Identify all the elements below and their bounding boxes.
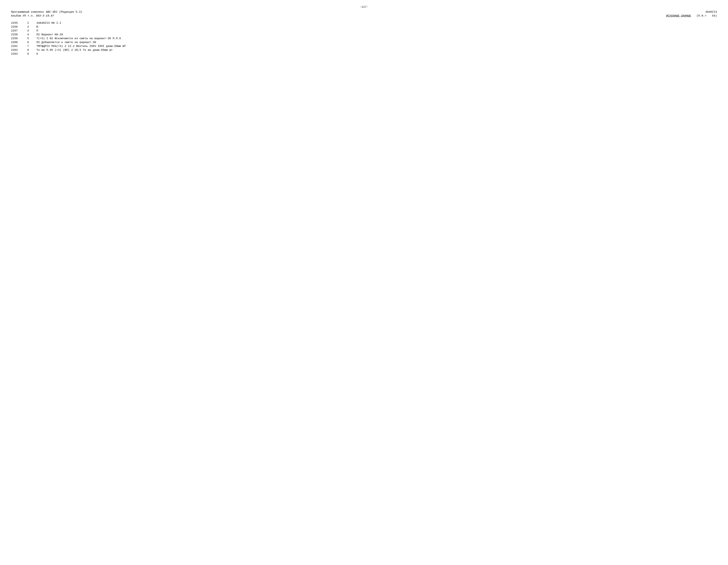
row-content: К bbox=[35, 52, 717, 56]
album-text: Альбом УП т.п. bbox=[11, 14, 34, 17]
row-content: То же П.95 (=3) (ВП) 2 20,5 То же диам.6… bbox=[35, 48, 717, 52]
row-content: Т(=3) I 82 Исключаются из сметы на вариа… bbox=[35, 37, 717, 40]
table-row: 22562Ю bbox=[11, 25, 717, 29]
album-label: Альбом УП т.п. 503-3-19.87 bbox=[11, 14, 54, 17]
album-number: 503-3-19.87 bbox=[36, 14, 54, 17]
row-content: П2 Вариант НА-20 bbox=[35, 33, 717, 37]
row-number: 2259 bbox=[11, 37, 26, 40]
row-content: П2 Добавляется к смете на вариант-30 bbox=[35, 40, 717, 44]
ishodnye-label: ИСХОДНЫЕ ДАННЫЕ bbox=[666, 14, 691, 17]
table-row: 22639К bbox=[11, 52, 717, 56]
row-index: 8 bbox=[26, 48, 35, 52]
row-index: I bbox=[26, 21, 35, 25]
row-content: П bbox=[35, 29, 717, 33]
row-number: 226I bbox=[11, 44, 26, 48]
pn-value: 54) bbox=[712, 14, 717, 17]
data-table: 2255I34840II3 Н8 I.I22562Ю22573П22584П2 … bbox=[11, 21, 717, 56]
row-index: 5 bbox=[26, 37, 35, 40]
row-number: 2255 bbox=[11, 21, 26, 25]
table-row: 2255I34840II3 Н8 I.I bbox=[11, 21, 717, 25]
program-info: Программный комплекс АВС-3ЕС (Редакция 5… bbox=[11, 10, 82, 14]
table-row: 22606П2 Добавляется к смете на вариант-3… bbox=[11, 40, 717, 44]
row-content: 34840II3 Н8 I.I bbox=[35, 21, 717, 25]
doc-number-right: 4840II3 bbox=[705, 10, 717, 14]
table-row: 22595Т(=3) I 82 Исключаются из сметы на … bbox=[11, 37, 717, 40]
table-row: 22573П bbox=[11, 29, 717, 33]
row-number: 2258 bbox=[11, 33, 26, 37]
row-index: 6 bbox=[26, 40, 35, 44]
page-number: -117- bbox=[11, 6, 717, 9]
row-number: 2262 bbox=[11, 48, 26, 52]
pn-label: (П.Н.= bbox=[697, 14, 706, 17]
row-index: 4 bbox=[26, 33, 35, 37]
row-content: ТМГЩЦPI3 П94(=3) 2 I2.2 Вентиль I5КЧ I6П… bbox=[35, 44, 717, 48]
table-row: 22584П2 Вариант НА-20 bbox=[11, 33, 717, 37]
row-number: 2256 bbox=[11, 25, 26, 29]
row-index: 2 bbox=[26, 25, 35, 29]
row-index: 9 bbox=[26, 52, 35, 56]
row-number: 2257 bbox=[11, 29, 26, 33]
row-number: 2263 bbox=[11, 52, 26, 56]
row-content: Ю bbox=[35, 25, 717, 29]
row-index: 3 bbox=[26, 29, 35, 33]
table-row: 226I7ТМГЩЦPI3 П94(=3) 2 I2.2 Вентиль I5К… bbox=[11, 44, 717, 48]
row-number: 2260 bbox=[11, 40, 26, 44]
row-index: 7 bbox=[26, 44, 35, 48]
table-row: 22628То же П.95 (=3) (ВП) 2 20,5 То же д… bbox=[11, 48, 717, 52]
